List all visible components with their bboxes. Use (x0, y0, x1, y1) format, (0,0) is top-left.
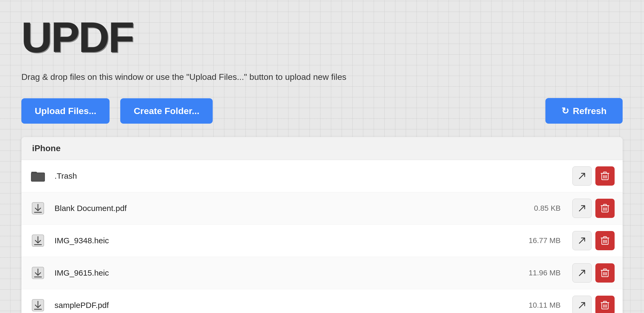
share-button[interactable] (572, 199, 592, 218)
delete-button[interactable] (595, 199, 615, 218)
share-button[interactable] (572, 231, 592, 250)
table-row: IMG_9348.heic16.77 MB (21, 225, 623, 257)
download-icon (29, 264, 46, 281)
table-row: Blank Document.pdf0.85 KB (21, 192, 623, 225)
share-button[interactable] (572, 296, 592, 313)
table-row: IMG_9615.heic11.96 MB (21, 257, 623, 289)
app-logo: UPDF (21, 16, 623, 59)
create-folder-button[interactable]: Create Folder... (120, 98, 213, 124)
file-panel: iPhone .Trash Blank Document.pdf0.85 KB (21, 137, 623, 313)
file-size: 16.77 MB (518, 236, 561, 245)
download-icon (29, 232, 46, 249)
file-size: 0.85 KB (518, 204, 561, 213)
table-row: samplePDF.pdf10.11 MB (21, 289, 623, 313)
download-icon (29, 200, 46, 217)
file-size: 11.96 MB (518, 269, 561, 277)
file-name: .Trash (55, 171, 518, 181)
delete-button[interactable] (595, 166, 615, 186)
refresh-label: Refresh (573, 106, 607, 116)
table-row: .Trash (21, 160, 623, 192)
toolbar-left: Upload Files... Create Folder... (21, 98, 535, 124)
refresh-icon: ↻ (561, 105, 569, 116)
delete-button[interactable] (595, 263, 615, 283)
file-name: Blank Document.pdf (55, 204, 518, 213)
app-subtitle: Drag & drop files on this window or use … (21, 72, 623, 82)
file-size: 10.11 MB (518, 301, 561, 310)
file-name: IMG_9348.heic (55, 236, 518, 245)
folder-icon (29, 167, 46, 185)
share-button[interactable] (572, 166, 592, 186)
svg-rect-0 (31, 173, 45, 181)
delete-button[interactable] (595, 231, 615, 250)
toolbar: Upload Files... Create Folder... ↻ Refre… (21, 98, 623, 124)
file-list: .Trash Blank Document.pdf0.85 KB (21, 160, 623, 313)
delete-button[interactable] (595, 296, 615, 313)
refresh-button[interactable]: ↻ Refresh (545, 98, 623, 124)
file-name: IMG_9615.heic (55, 268, 518, 277)
file-name: samplePDF.pdf (55, 301, 518, 310)
download-icon (29, 297, 46, 313)
upload-files-button[interactable]: Upload Files... (21, 98, 110, 124)
panel-header: iPhone (21, 137, 623, 160)
share-button[interactable] (572, 263, 592, 283)
